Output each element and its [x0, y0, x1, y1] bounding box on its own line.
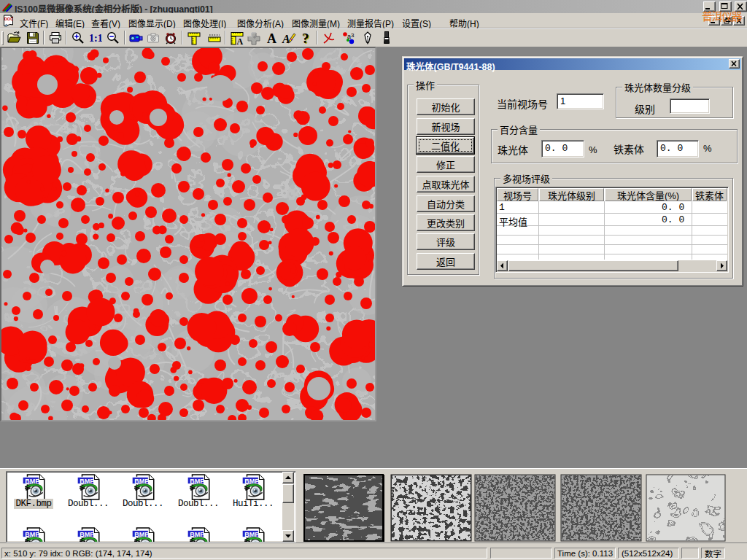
svg-text:A: A — [237, 36, 244, 45]
svg-text:1:1: 1:1 — [89, 33, 102, 44]
svg-text:A: A — [267, 31, 276, 45]
svg-text:3: 3 — [351, 32, 355, 39]
svg-text:A: A — [282, 33, 290, 45]
svg-text:?: ? — [302, 31, 309, 45]
svg-text:DOC: DOC — [4, 17, 13, 21]
